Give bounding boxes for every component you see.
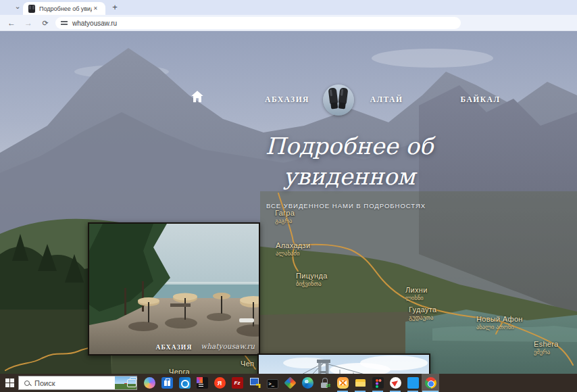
nav-link-baikal[interactable]: БАЙКАЛ xyxy=(461,95,501,103)
taskbar-icon-yandex[interactable]: Я xyxy=(211,374,228,392)
task-view-icon xyxy=(127,379,136,387)
terminal-icon: >_ xyxy=(267,379,278,389)
outlook-icon xyxy=(179,377,191,389)
taskbar-icon-terminal[interactable]: >_ xyxy=(264,374,281,392)
browser-toolbar: ← → ⟳ whatyousaw.ru xyxy=(0,15,577,31)
taskbar-icon-microsoft-store[interactable] xyxy=(158,374,176,392)
password-lock-glyph: ⇄ xyxy=(320,377,331,389)
nav-link-altai[interactable]: АЛТАЙ xyxy=(370,95,403,103)
address-bar[interactable]: whatyousaw.ru xyxy=(55,17,461,29)
chevron-down-icon[interactable]: ⌄ xyxy=(12,1,23,13)
windows-taskbar: Поиск ЯFz>_⇄ xyxy=(0,374,577,392)
taskbar-icons: ЯFz>_⇄ xyxy=(123,374,439,392)
edge-icon xyxy=(302,377,313,389)
home-icon xyxy=(190,89,205,104)
taskbar-icon-vscode[interactable] xyxy=(404,374,422,392)
site-favicon-binoculars-icon xyxy=(28,5,35,13)
page-subtitle: ВСЕ УВИДЕННОЕ НАМИ В ПОДРОБНОСТЯХ xyxy=(266,202,426,210)
abkhazia-beach-photo-card[interactable]: АБХАЗИЯ whatyousaw.ru xyxy=(88,222,260,356)
taskbar-icon-remote-pc[interactable] xyxy=(246,374,264,392)
search-icon xyxy=(24,381,30,386)
yandex-browser-icon xyxy=(390,377,401,389)
binocular-barrel-icon xyxy=(338,87,349,104)
password-lock-icon: ⇄ xyxy=(320,377,331,389)
search-placeholder: Поиск xyxy=(34,379,115,387)
office-icon xyxy=(284,376,296,389)
nav-link-abkhazia[interactable]: АБХАЗИЯ xyxy=(265,95,309,103)
taskbar-search-box[interactable]: Поиск xyxy=(18,376,137,390)
taskbar-icon-yandex-browser[interactable] xyxy=(386,374,404,392)
page-title: Подробнее обувиденном xyxy=(266,131,433,192)
reload-button[interactable]: ⟳ xyxy=(39,17,51,29)
jetbrains-icon xyxy=(197,377,208,389)
taskbar-icon-chrome[interactable] xyxy=(422,374,439,392)
terminal-glyph: >_ xyxy=(268,380,278,388)
vscode-icon xyxy=(407,377,419,389)
taskbar-icon-mail[interactable] xyxy=(334,374,351,392)
file-explorer-icon xyxy=(355,377,366,389)
screen: ⌄ Подробнее об увиденном | Ф ✕ + ← → ⟳ w… xyxy=(0,0,577,392)
beach-photo xyxy=(89,224,259,354)
photo-caption-abkhazia: АБХАЗИЯ xyxy=(155,344,192,351)
taskbar-icon-file-explorer[interactable] xyxy=(351,374,369,392)
taskbar-icon-figma[interactable] xyxy=(369,374,386,392)
yandex-icon: Я xyxy=(214,377,226,389)
back-button[interactable]: ← xyxy=(5,17,18,29)
start-button[interactable] xyxy=(5,378,14,387)
site-navigation: АБХАЗИЯ АЛТАЙ БАЙКАЛ xyxy=(0,31,577,126)
filezilla-icon: Fz xyxy=(232,377,243,389)
taskbar-icon-edge[interactable] xyxy=(299,374,316,392)
home-button[interactable] xyxy=(190,89,206,105)
remote-pc-icon xyxy=(249,377,261,389)
taskbar-icon-filezilla[interactable]: Fz xyxy=(228,374,246,392)
figma-icon xyxy=(372,377,384,389)
taskbar-icon-outlook[interactable] xyxy=(176,374,193,392)
new-tab-button[interactable]: + xyxy=(109,2,120,13)
copilot-icon xyxy=(144,377,155,389)
mail-icon xyxy=(337,377,349,389)
binocular-barrel-icon xyxy=(328,87,338,104)
taskbar-icon-copilot[interactable] xyxy=(141,374,158,392)
filezilla-glyph: Fz xyxy=(232,377,243,389)
taskbar-icon-office[interactable] xyxy=(281,374,299,392)
chrome-icon xyxy=(425,377,436,389)
watermark-text: whatyousaw.ru xyxy=(201,342,255,350)
yandex-glyph: Я xyxy=(214,377,226,389)
web-page: ГаграგაგრაАлахадзиალახაძიПицундаბიჭვინთა… xyxy=(0,31,577,374)
taskbar-icon-jetbrains[interactable] xyxy=(193,374,211,392)
microsoft-store-icon xyxy=(161,377,173,389)
forward-button[interactable]: → xyxy=(22,17,34,29)
tab-title: Подробнее об увиденном | Ф xyxy=(39,5,92,12)
taskbar-icon-task-view[interactable] xyxy=(123,374,141,392)
browser-tab[interactable]: Подробнее об увиденном | Ф ✕ xyxy=(23,2,105,15)
bridge-photo xyxy=(259,355,429,374)
url-text: whatyousaw.ru xyxy=(72,20,117,27)
tab-close-icon[interactable]: ✕ xyxy=(93,5,98,11)
bridge-photo-card[interactable] xyxy=(257,353,430,374)
site-logo-binoculars[interactable] xyxy=(323,84,354,116)
taskbar-icon-password-lock[interactable]: ⇄ xyxy=(316,374,334,392)
site-settings-tune-icon[interactable] xyxy=(61,20,68,26)
browser-tabstrip: ⌄ Подробнее об увиденном | Ф ✕ + xyxy=(0,0,577,15)
